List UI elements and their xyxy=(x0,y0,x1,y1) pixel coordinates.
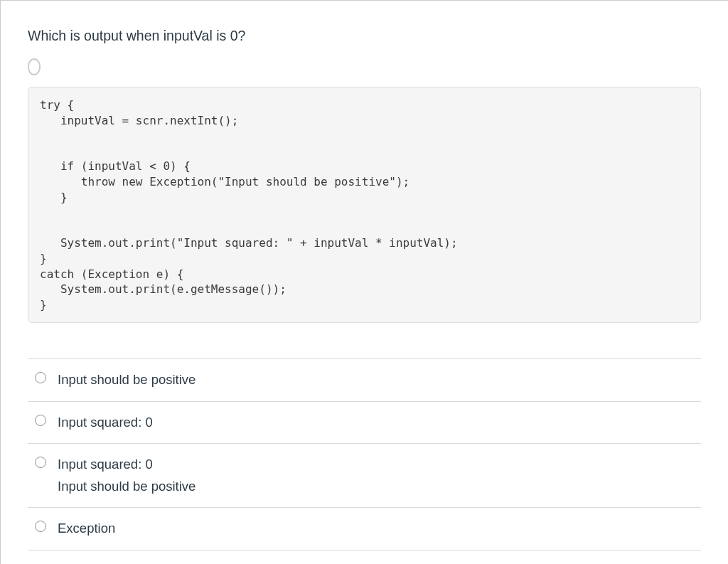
radio-icon[interactable] xyxy=(35,521,46,532)
question-frame: Which is output when inputVal is 0? try … xyxy=(0,0,728,564)
answer-list: Input should be positive Input squared: … xyxy=(28,358,701,550)
question-content: Which is output when inputVal is 0? try … xyxy=(1,1,728,550)
answer-option-1[interactable]: Input should be positive xyxy=(28,358,701,401)
answer-text: Input squared: 0 Input should be positiv… xyxy=(58,454,196,497)
radio-icon[interactable] xyxy=(35,415,46,426)
question-prompt: Which is output when inputVal is 0? xyxy=(28,28,701,44)
radio-icon[interactable] xyxy=(35,457,46,468)
flag-icon[interactable] xyxy=(28,58,41,75)
answer-option-2[interactable]: Input squared: 0 xyxy=(28,401,701,444)
answer-text: Exception xyxy=(58,518,115,540)
flag-area xyxy=(28,57,701,77)
radio-icon[interactable] xyxy=(35,372,46,383)
answer-option-3[interactable]: Input squared: 0 Input should be positiv… xyxy=(28,443,701,507)
answer-text: Input should be positive xyxy=(58,369,196,391)
code-block: try { inputVal = scnr.nextInt(); if (inp… xyxy=(28,87,701,323)
answer-option-4[interactable]: Exception xyxy=(28,507,701,550)
list-end-divider xyxy=(28,550,701,550)
answer-text: Input squared: 0 xyxy=(58,412,153,434)
